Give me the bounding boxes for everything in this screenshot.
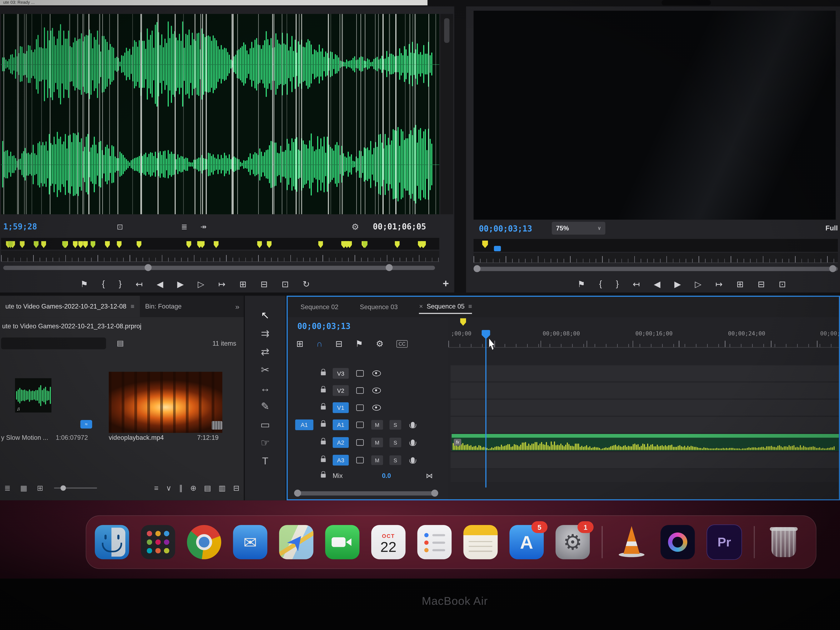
fader-icon[interactable]: ⋈	[426, 472, 433, 480]
safe-margins-icon[interactable]: ⊡	[117, 222, 123, 231]
lock-icon[interactable]	[321, 389, 325, 393]
tab-bin-footage[interactable]: Bin: Footage	[145, 303, 182, 310]
close-tab-icon[interactable]: ×	[419, 303, 423, 310]
chrome-icon[interactable]	[187, 525, 221, 559]
timeline-ruler[interactable]	[448, 338, 839, 348]
launchpad-icon[interactable]	[141, 525, 175, 559]
mark-in-icon[interactable]: {	[102, 279, 105, 289]
nest-toggle-icon[interactable]: ⊞	[296, 338, 303, 349]
pen-tool[interactable]: ✎	[261, 401, 269, 412]
export-frame-icon[interactable]: ⊡	[282, 279, 289, 289]
step-back-icon[interactable]: ◀	[157, 279, 163, 289]
snap-icon[interactable]: ∩	[316, 339, 322, 348]
filmstrip-hover-icon[interactable]: ∥	[179, 484, 183, 492]
mute-button[interactable]: M	[371, 455, 383, 465]
track-content-v3[interactable]	[451, 365, 839, 382]
track-header-a2[interactable]: A2 M S	[288, 434, 448, 451]
media-browser-icon[interactable]: ▤	[117, 338, 124, 347]
panel-menu-icon[interactable]: ≡	[468, 303, 472, 310]
lock-icon[interactable]	[321, 474, 325, 477]
system-settings-icon[interactable]: ⚙ 1	[556, 525, 590, 559]
track-tile-a2[interactable]: A2	[333, 437, 349, 448]
facetime-icon[interactable]	[325, 525, 360, 559]
mail-icon[interactable]: ✉	[233, 525, 267, 559]
video-clip-thumbnail[interactable]	[109, 372, 222, 433]
premiere-pro-icon[interactable]: Pr	[707, 524, 742, 560]
step-forward-icon[interactable]: ▷	[695, 279, 701, 289]
sync-lock-icon[interactable]	[356, 422, 364, 428]
program-zoom-scrollbar[interactable]	[474, 265, 838, 273]
linked-selection-icon[interactable]: ⊟	[335, 338, 342, 349]
go-to-in-icon[interactable]: ↤	[136, 279, 143, 289]
program-playhead-handle[interactable]	[494, 246, 501, 251]
sequence-marker[interactable]	[482, 241, 488, 248]
toggle-output-icon[interactable]	[372, 370, 381, 376]
add-marker-icon[interactable]: ⚑	[355, 338, 363, 349]
selection-tool[interactable]: ↖	[261, 309, 269, 322]
lock-icon[interactable]	[321, 441, 325, 444]
tab-sequence-05[interactable]: × Sequence 05 ≡	[419, 303, 472, 314]
overwrite-icon[interactable]: ⊟	[261, 279, 267, 289]
razor-tool[interactable]: ✂	[261, 365, 269, 376]
sort-icon[interactable]: ≡	[154, 484, 158, 492]
track-content-a1[interactable]	[451, 417, 839, 433]
track-header-v1[interactable]: V1	[288, 399, 448, 415]
timeline-timecode[interactable]: 00;00;03;13	[297, 322, 351, 331]
program-time-ruler[interactable]	[474, 253, 838, 263]
project-search-input[interactable]	[1, 338, 106, 349]
voiceover-record-icon[interactable]	[411, 457, 415, 463]
sync-lock-icon[interactable]	[356, 439, 364, 446]
lock-icon[interactable]	[321, 371, 325, 375]
extract-icon[interactable]: ⊟	[758, 279, 764, 289]
captions-icon[interactable]: CC	[396, 340, 408, 347]
track-tile-v1[interactable]: V1	[333, 402, 349, 413]
audio-clip-on-timeline[interactable]: fx	[452, 434, 839, 451]
calendar-icon[interactable]: OCT 22	[371, 525, 406, 559]
panel-menu-icon[interactable]: ≡	[131, 303, 134, 310]
zoom-handle-left[interactable]	[294, 489, 301, 496]
lift-icon[interactable]: ⊞	[736, 279, 744, 289]
mark-out-icon[interactable]: }	[119, 279, 122, 289]
audio-clip-thumbnail[interactable]: ♫	[15, 378, 52, 412]
type-tool[interactable]: T	[262, 455, 268, 467]
sequence-marker[interactable]	[460, 318, 466, 325]
zoom-handle-left[interactable]	[145, 264, 152, 271]
zoom-handle-right[interactable]	[829, 265, 836, 272]
source-time-ruler[interactable]	[1, 251, 439, 262]
sync-lock-icon[interactable]	[356, 457, 364, 463]
track-tile-v2[interactable]: V2	[333, 385, 349, 396]
app-store-icon[interactable]: A 5	[509, 525, 544, 559]
list-view-icon[interactable]: ≣	[5, 484, 11, 492]
go-to-out-icon[interactable]: ↦	[715, 279, 723, 289]
solo-button[interactable]: S	[389, 438, 401, 447]
trash-icon[interactable]	[767, 525, 801, 559]
track-tile-a3[interactable]: A3	[333, 455, 349, 466]
track-header-mix[interactable]: Mix 0.0 ⋈	[288, 469, 448, 482]
play-icon[interactable]: ▶	[177, 279, 184, 289]
track-content-v1[interactable]	[451, 399, 839, 415]
thumbnail-size-slider[interactable]	[54, 488, 97, 488]
step-forward-icon[interactable]: ▷	[198, 279, 204, 289]
settings-list-icon[interactable]: ≣	[181, 222, 187, 231]
track-header-a3[interactable]: A3 M S	[288, 452, 448, 468]
mark-out-icon[interactable]: }	[616, 279, 619, 289]
voiceover-record-icon[interactable]	[411, 422, 415, 428]
lock-icon[interactable]	[321, 423, 325, 427]
export-frame-icon[interactable]: ⊡	[779, 279, 786, 289]
track-tile-a1[interactable]: A1	[333, 419, 349, 430]
mute-button[interactable]: M	[371, 438, 383, 447]
zoom-handle-right[interactable]	[385, 264, 393, 271]
button-editor-add-icon[interactable]: +	[443, 278, 449, 290]
track-content-a3[interactable]	[451, 452, 839, 468]
markers-nav-icon[interactable]: ↠	[201, 222, 207, 231]
lock-icon[interactable]	[321, 406, 325, 410]
track-content-v2[interactable]	[451, 382, 839, 398]
track-tile-v3[interactable]: V3	[333, 368, 349, 379]
solo-button[interactable]: S	[389, 455, 401, 465]
mute-button[interactable]: M	[371, 420, 383, 429]
new-folder-icon[interactable]: ▤	[204, 484, 211, 492]
source-vertical-scrollbar[interactable]	[441, 14, 453, 215]
playhead-handle[interactable]	[482, 330, 490, 339]
finder-icon[interactable]	[95, 525, 129, 559]
track-select-forward-tool[interactable]: ⇉	[261, 328, 269, 340]
